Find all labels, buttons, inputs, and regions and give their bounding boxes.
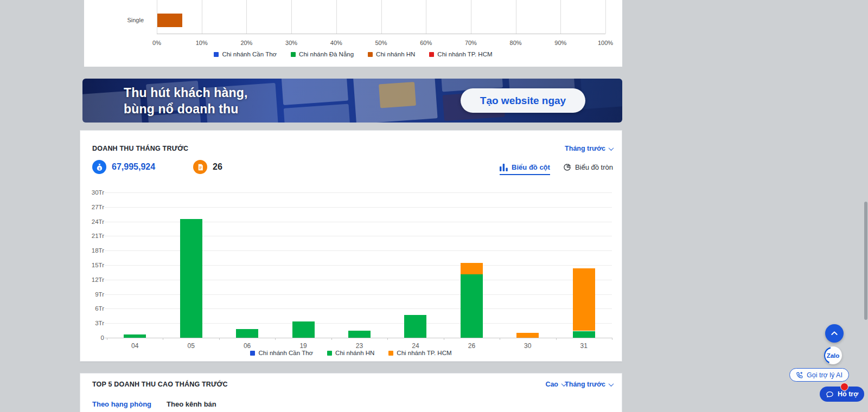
gridline <box>560 0 561 34</box>
x-axis-tick <box>163 338 163 340</box>
bar-segment[interactable] <box>236 329 258 338</box>
x-axis-tick <box>556 338 557 340</box>
chat-bubble-icon <box>826 390 834 398</box>
y-axis-tick-label: 27Tr <box>80 204 104 210</box>
room-type-chart-legend: Chi nhánh Cần ThơChi nhánh Đà NẵngChi nh… <box>84 51 622 57</box>
legend-label: Chi nhánh TP. HCM <box>397 350 451 356</box>
legend-swatch <box>388 351 393 356</box>
gridline <box>105 192 612 193</box>
y-axis-tick-label: 18Tr <box>80 247 104 254</box>
room-type-chart-card: Single 0%10%20%30%40%50%60%70%80%90%100%… <box>84 0 622 67</box>
x-axis-tick-label: 40% <box>326 40 347 46</box>
revenue-stacked-bar-chart: 03Tr6Tr9Tr12Tr15Tr18Tr21Tr24Tr27Tr30Tr04… <box>80 131 622 361</box>
x-axis-label: 23 <box>343 342 376 350</box>
bar-segment[interactable] <box>573 331 595 338</box>
bar-segment[interactable] <box>180 219 202 338</box>
bar-segment[interactable] <box>157 14 182 27</box>
support-button-label: Hỗ trợ <box>838 390 858 398</box>
y-axis-tick-label: 21Tr <box>80 233 104 239</box>
x-axis-label: 26 <box>455 342 488 350</box>
x-axis-tick <box>612 338 612 340</box>
legend-swatch <box>429 52 434 57</box>
legend-item[interactable]: Chi nhánh TP. HCM <box>388 350 451 356</box>
top5-period-dropdown[interactable]: Tháng trước <box>565 381 613 388</box>
bar-segment[interactable] <box>348 331 371 338</box>
y-axis-tick-label: 9Tr <box>80 291 104 298</box>
y-axis-tick-label: 30Tr <box>80 189 104 196</box>
x-axis-tick <box>219 338 220 340</box>
bar-segment[interactable] <box>404 315 426 338</box>
gridline <box>426 0 426 34</box>
legend-swatch <box>368 52 373 57</box>
legend-item[interactable]: Chi nhánh HN <box>327 350 374 356</box>
y-axis-tick-label: 24Tr <box>80 218 104 225</box>
gridline <box>291 0 292 34</box>
vertical-scrollbar-thumb[interactable] <box>864 202 867 320</box>
bar-segment[interactable] <box>461 274 483 338</box>
gridline <box>381 0 382 34</box>
x-axis-tick-label: 20% <box>235 40 257 46</box>
legend-swatch <box>214 52 219 57</box>
x-axis-label: 05 <box>175 342 207 350</box>
legend-label: Chi nhánh Cần Thơ <box>222 51 277 57</box>
gridline <box>516 0 516 34</box>
zalo-button[interactable]: Zalo <box>824 346 842 364</box>
revenue-chart-legend: Chi nhánh Cần ThơChi nhánh HNChi nhánh T… <box>80 350 622 356</box>
gridline <box>105 338 612 338</box>
y-axis-tick-label: 12Tr <box>80 276 104 283</box>
gridline <box>471 0 471 34</box>
phone-plus-icon <box>796 371 803 379</box>
promo-banner[interactable]: Thu hút khách hàng, bùng nổ doanh thu Tạ… <box>82 79 622 123</box>
y-axis-tick-label: 15Tr <box>80 262 104 268</box>
x-axis-label: 31 <box>567 342 600 350</box>
x-axis-tick-label: 60% <box>415 40 437 46</box>
legend-item[interactable]: Chi nhánh HN <box>368 51 415 57</box>
x-axis-tick <box>331 338 332 340</box>
x-axis-tick-label: 80% <box>505 40 527 46</box>
bar-segment[interactable] <box>573 268 595 331</box>
bar-segment[interactable] <box>292 321 315 338</box>
gridline <box>202 0 202 34</box>
create-website-button[interactable]: Tạo website ngay <box>461 88 585 113</box>
bar-segment[interactable] <box>124 334 146 338</box>
x-axis-line <box>157 34 605 34</box>
legend-label: Chi nhánh Đà Nẵng <box>299 51 354 57</box>
y-axis-tick-label: 6Tr <box>80 305 104 312</box>
top5-sort-dropdown[interactable]: Cao <box>545 381 566 388</box>
x-axis-tick-label: 90% <box>550 40 571 46</box>
legend-label: Chi nhánh HN <box>376 51 415 57</box>
revenue-card: DOANH THU THÁNG TRƯỚC Tháng trước $ 67,9… <box>80 130 622 362</box>
notification-badge <box>840 383 848 391</box>
bar-segment[interactable] <box>516 333 539 338</box>
x-axis-label: 30 <box>512 342 544 350</box>
bar-segment[interactable] <box>461 263 483 274</box>
tab-by-sales-channel[interactable]: Theo kênh bán <box>167 400 216 412</box>
ai-assistant-call-button[interactable]: Gọi trợ lý AI <box>789 368 849 382</box>
gridline <box>246 0 247 34</box>
x-axis-tick <box>444 338 444 340</box>
scroll-to-top-button[interactable] <box>825 324 844 343</box>
legend-item[interactable]: Chi nhánh Đà Nẵng <box>291 51 354 57</box>
top5-tabs: Theo hạng phòng Theo kênh bán <box>92 400 216 412</box>
x-axis-tick <box>107 338 107 340</box>
top5-period-value: Tháng trước <box>565 381 605 388</box>
x-axis-tick-label: 30% <box>280 40 302 46</box>
x-axis-tick-label: 50% <box>371 40 392 46</box>
x-axis-label: 19 <box>287 342 320 350</box>
top5-revenue-card: TOP 5 DOANH THU CAO THÁNG TRƯỚC Cao Thán… <box>80 373 622 412</box>
x-axis-tick-label: 70% <box>460 40 482 46</box>
banner-title: Thu hút khách hàng, bùng nổ doanh thu <box>124 85 248 117</box>
x-axis-label: 24 <box>399 342 432 350</box>
banner-title-line1: Thu hút khách hàng, <box>124 85 248 101</box>
room-type-category-label: Single <box>84 17 144 23</box>
gridline <box>336 0 337 34</box>
legend-swatch <box>291 52 296 57</box>
legend-swatch <box>327 351 332 356</box>
legend-item[interactable]: Chi nhánh Cần Thơ <box>214 51 277 57</box>
x-axis-tick <box>387 338 388 340</box>
legend-item[interactable]: Chi nhánh TP. HCM <box>429 51 492 57</box>
y-axis-tick-label: 3Tr <box>80 320 104 326</box>
tab-by-room-type[interactable]: Theo hạng phòng <box>92 400 151 412</box>
legend-item[interactable]: Chi nhánh Cần Thơ <box>250 350 313 356</box>
legend-label: Chi nhánh HN <box>335 350 374 356</box>
